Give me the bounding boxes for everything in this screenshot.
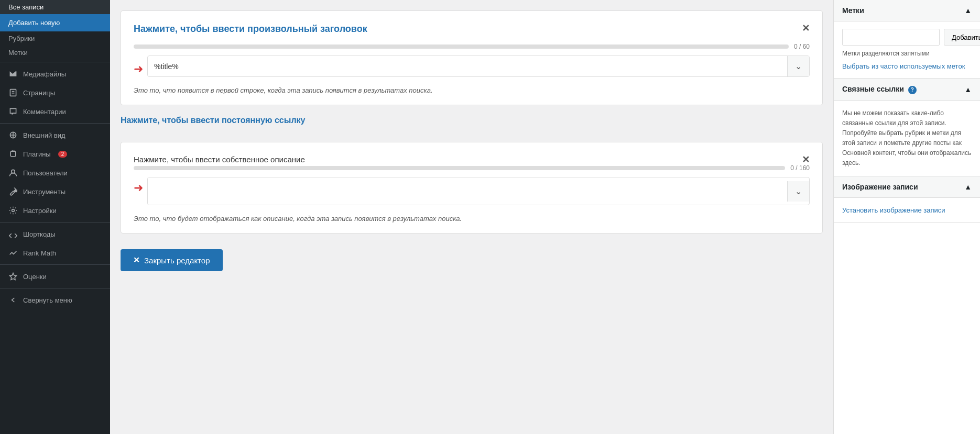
tools-icon xyxy=(8,187,18,196)
sidebar-item-tools-label: Инструменты xyxy=(23,188,66,196)
pages-icon xyxy=(8,88,18,97)
tags-add-button[interactable]: Добавить xyxy=(944,29,980,46)
related-question-icon[interactable]: ? xyxy=(908,86,917,94)
plugins-badge: 2 xyxy=(58,151,68,158)
content-area: Нажмите, чтобы ввести произвольный загол… xyxy=(110,0,833,434)
permalink-heading-container: Нажмите, чтобы ввести постоянную ссылку xyxy=(121,116,823,133)
permalink-heading[interactable]: Нажмите, чтобы ввести постоянную ссылку xyxy=(121,116,823,125)
title-input-row: ⌄ xyxy=(147,55,810,77)
sidebar-item-collapse-label: Свернуть меню xyxy=(23,296,72,304)
sidebar-item-all-posts[interactable]: Все записи xyxy=(0,0,110,14)
sidebar-item-plugins-label: Плагины xyxy=(23,150,51,158)
related-panel-body: Мы не можем показать какие-либо связанны… xyxy=(834,101,980,176)
title-progress-track xyxy=(134,44,789,49)
sidebar: Все записи Добавить новую Рубрики Метки … xyxy=(0,0,110,434)
sidebar-item-add-new[interactable]: Добавить новую xyxy=(0,14,110,31)
title-input[interactable] xyxy=(148,57,787,76)
sidebar-item-add-new-label: Добавить новую xyxy=(8,19,60,27)
main-content: Нажмите, чтобы ввести произвольный загол… xyxy=(110,0,980,434)
svg-point-7 xyxy=(12,170,15,173)
svg-point-8 xyxy=(12,209,15,212)
title-progress-count: 0 / 60 xyxy=(794,43,810,50)
sidebar-item-users[interactable]: Пользователи xyxy=(0,163,110,182)
right-sidebar: Метки ▲ Добавить Метки разделяются запят… xyxy=(833,0,980,434)
title-card-heading[interactable]: Нажмите, чтобы ввести произвольный загол… xyxy=(134,24,367,35)
desc-card-heading: Нажмите, чтобы ввести собственное описан… xyxy=(134,155,305,164)
desc-card-close[interactable]: ✕ xyxy=(802,155,810,164)
sidebar-item-settings[interactable]: Настройки xyxy=(0,201,110,220)
tags-input[interactable] xyxy=(842,29,940,46)
sidebar-item-shortcodes[interactable]: Шорткоды xyxy=(0,225,110,243)
desc-progress-track xyxy=(134,166,785,170)
tags-panel-title: Метки xyxy=(842,6,864,15)
title-arrow: ➜ xyxy=(134,62,143,76)
desc-dropdown-btn[interactable]: ⌄ xyxy=(787,181,809,202)
title-seo-card: Нажмите, чтобы ввести произвольный загол… xyxy=(121,10,823,105)
image-panel-body: Установить изображение записи xyxy=(834,198,980,222)
sidebar-item-all-posts-label: Все записи xyxy=(8,3,43,11)
collapse-icon xyxy=(8,295,18,305)
sidebar-item-tools[interactable]: Инструменты xyxy=(0,182,110,201)
close-editor-button[interactable]: ✕ Закрыть редактор xyxy=(121,249,223,271)
related-panel-chevron[interactable]: ▲ xyxy=(964,85,972,94)
ratings-icon xyxy=(8,272,18,281)
image-panel: Изображение записи ▲ Установить изображе… xyxy=(834,176,980,222)
close-editor-x: ✕ xyxy=(133,255,140,265)
title-hint: Это то, что появится в первой строке, ко… xyxy=(134,86,810,94)
title-card-close[interactable]: ✕ xyxy=(802,24,810,33)
sidebar-item-appearance[interactable]: Внешний вид xyxy=(0,126,110,144)
sidebar-item-ratings[interactable]: Оценки xyxy=(0,267,110,286)
sidebar-item-comments-label: Комментарии xyxy=(23,108,66,116)
desc-input-row: ⌄ xyxy=(147,177,810,205)
sidebar-item-categories[interactable]: Рубрики xyxy=(0,31,110,46)
desc-textarea[interactable] xyxy=(148,177,787,205)
sidebar-item-shortcodes-label: Шорткоды xyxy=(23,230,56,238)
media-icon xyxy=(8,69,18,79)
tags-panel-body: Добавить Метки разделяются запятыми Выбр… xyxy=(834,21,980,78)
tags-panel-chevron[interactable]: ▲ xyxy=(964,6,972,15)
desc-progress-container: 0 / 160 xyxy=(134,164,810,172)
sidebar-item-tags[interactable]: Метки xyxy=(0,46,110,60)
svg-rect-4 xyxy=(10,151,16,157)
image-panel-chevron[interactable]: ▲ xyxy=(964,183,972,191)
sidebar-item-rankmath-label: Rank Math xyxy=(23,249,56,257)
sidebar-item-rankmath[interactable]: Rank Math xyxy=(0,243,110,262)
tags-input-row: Добавить xyxy=(842,29,972,46)
sidebar-item-users-label: Пользователи xyxy=(23,169,68,177)
close-editor-label: Закрыть редактор xyxy=(144,256,210,265)
sidebar-item-media-label: Медиафайлы xyxy=(23,70,66,78)
related-panel: Связные ссылки ? ▲ Мы не можем показать … xyxy=(834,79,980,176)
appearance-icon xyxy=(8,130,18,140)
svg-marker-9 xyxy=(10,273,17,280)
desc-hint: Это то, что будет отображаться как описа… xyxy=(134,215,810,222)
desc-arrow: ➜ xyxy=(134,181,143,195)
image-panel-title: Изображение записи xyxy=(842,183,918,191)
sidebar-item-appearance-label: Внешний вид xyxy=(23,131,66,139)
sidebar-item-pages-label: Страницы xyxy=(23,89,55,97)
sidebar-item-plugins[interactable]: Плагины 2 xyxy=(0,144,110,163)
title-progress-container: 0 / 60 xyxy=(134,43,810,50)
related-panel-title: Связные ссылки ? xyxy=(842,85,917,94)
desc-progress-count: 0 / 160 xyxy=(790,164,810,172)
sidebar-item-pages[interactable]: Страницы xyxy=(0,83,110,102)
tags-hint: Метки разделяются запятыми xyxy=(842,50,972,57)
sidebar-item-settings-label: Настройки xyxy=(23,207,57,215)
desc-seo-card: Нажмите, чтобы ввести собственное описан… xyxy=(121,142,823,233)
sidebar-item-media[interactable]: Медиафайлы xyxy=(0,64,110,83)
plugins-icon xyxy=(8,149,18,159)
image-panel-header: Изображение записи ▲ xyxy=(834,176,980,198)
tags-panel-header: Метки ▲ xyxy=(834,0,980,21)
tags-popular-link[interactable]: Выбрать из часто используемых меток xyxy=(842,62,965,70)
related-panel-header: Связные ссылки ? ▲ xyxy=(834,79,980,101)
set-featured-image-link[interactable]: Установить изображение записи xyxy=(842,206,945,214)
related-hint: Мы не можем показать какие-либо связанны… xyxy=(842,108,972,169)
users-icon xyxy=(8,168,18,177)
sidebar-item-categories-label: Рубрики xyxy=(8,35,35,42)
sidebar-item-ratings-label: Оценки xyxy=(23,273,47,281)
title-dropdown-btn[interactable]: ⌄ xyxy=(787,56,809,76)
sidebar-item-comments[interactable]: Комментарии xyxy=(0,102,110,121)
sidebar-item-tags-label: Метки xyxy=(8,49,28,57)
shortcodes-icon xyxy=(8,229,18,239)
sidebar-item-collapse[interactable]: Свернуть меню xyxy=(0,291,110,309)
rankmath-icon xyxy=(8,248,18,258)
